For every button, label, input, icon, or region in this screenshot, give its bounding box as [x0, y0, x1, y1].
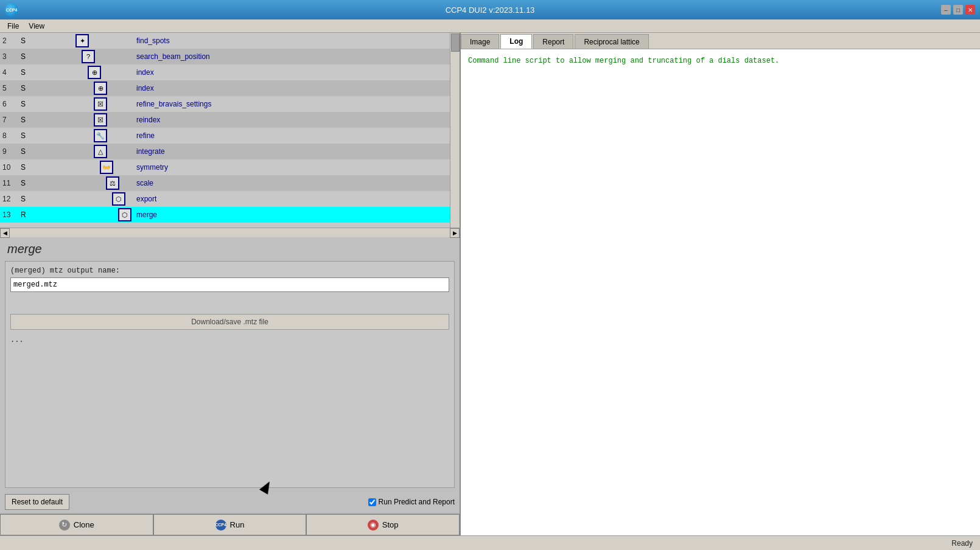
row-status-3: S [18, 49, 30, 64]
row-name-10[interactable]: symmetry [134, 159, 460, 175]
clone-icon: ↻ [59, 520, 70, 531]
tab-log[interactable]: Log [500, 34, 532, 49]
row-icon-3[interactable]: ? [30, 49, 134, 64]
mtz-form-group: (merged) mtz output name: [10, 266, 449, 292]
row-num-13: 13 [0, 207, 18, 223]
scroll-track [10, 228, 450, 237]
row-num-7: 7 [0, 112, 18, 128]
pipeline-container: 2 S ✦ find_spots 3 S ? search_beam_posit… [0, 33, 460, 228]
run-button[interactable]: CCP4 Run [153, 514, 307, 535]
row-icon-11[interactable]: ⚖ [30, 175, 134, 191]
run-icon: CCP4 [215, 520, 226, 531]
row-num-12: 12 [0, 191, 18, 207]
run-predict-option: Run Predict and Report [368, 498, 455, 506]
scroll-right-button[interactable]: ▶ [450, 228, 460, 238]
row-status-9: S [18, 144, 30, 159]
mtz-label: (merged) mtz output name: [10, 266, 449, 275]
stop-label: Stop [382, 520, 399, 529]
row-name-6[interactable]: refine_bravais_settings [134, 96, 460, 112]
app-title: CCP4 DUI2 v:2023.11.13 [446, 5, 535, 15]
row-num-6: 6 [0, 96, 18, 112]
tabs-bar: Image Log Report Reciprocal lattice [461, 33, 980, 49]
row-num-8: 8 [0, 128, 18, 144]
row-icon-5[interactable]: ⊕ [30, 80, 134, 96]
scrollbar-thumb[interactable] [451, 33, 460, 52]
title-bar: CCP4 CCP4 DUI2 v:2023.11.13 – □ ✕ [0, 0, 980, 19]
action-buttons: ↻ Clone CCP4 Run ◉ Stop [0, 513, 460, 535]
tab-image[interactable]: Image [461, 34, 499, 49]
row-name-11[interactable]: scale [134, 175, 460, 191]
row-status-7: S [18, 112, 30, 128]
scroll-left-button[interactable]: ◀ [0, 228, 10, 238]
tab-reciprocal-lattice[interactable]: Reciprocal lattice [575, 34, 648, 49]
pipeline-scrollbar-vertical[interactable] [450, 33, 460, 228]
row-num-4: 4 [0, 64, 18, 80]
clone-label: Clone [74, 520, 94, 529]
row-status-6: S [18, 96, 30, 112]
page-title: merge [7, 242, 452, 256]
run-predict-checkbox[interactable] [368, 498, 376, 506]
row-name-13[interactable]: merge [134, 207, 460, 223]
row-num-3: 3 [0, 49, 18, 64]
row-icon-2[interactable]: ✦ [30, 33, 134, 49]
row-name-7[interactable]: reindex [134, 112, 460, 128]
row-name-12[interactable]: export [134, 191, 460, 207]
row-num-11: 11 [0, 175, 18, 191]
stop-icon: ◉ [368, 520, 379, 531]
row-status-4: S [18, 64, 30, 80]
bottom-toolbar: Reset to default Run Predict and Report [0, 490, 460, 513]
main-layout: 2 S ✦ find_spots 3 S ? search_beam_posit… [0, 33, 980, 535]
minimize-button[interactable]: – [941, 5, 951, 15]
row-status-10: S [18, 159, 30, 175]
row-icon-12[interactable]: ⬡ [30, 191, 134, 207]
row-name-9[interactable]: integrate [134, 144, 460, 159]
row-name-8[interactable]: refine [134, 128, 460, 144]
download-button[interactable]: Download/save .mtz file [10, 314, 449, 330]
close-button[interactable]: ✕ [965, 5, 975, 15]
pipeline-table: 2 S ✦ find_spots 3 S ? search_beam_posit… [0, 33, 460, 223]
row-num-10: 10 [0, 159, 18, 175]
reset-button[interactable]: Reset to default [5, 494, 69, 510]
row-name-3[interactable]: search_beam_position [134, 49, 460, 64]
row-status-5: S [18, 80, 30, 96]
tab-report[interactable]: Report [533, 34, 573, 49]
row-status-2: S [18, 33, 30, 49]
ellipsis-text: ... [10, 335, 449, 346]
page-title-area: merge [0, 237, 460, 259]
menu-file[interactable]: File [2, 21, 24, 32]
row-num-5: 5 [0, 80, 18, 96]
mtz-input[interactable] [10, 277, 449, 292]
row-icon-10[interactable]: 👐 [30, 159, 134, 175]
status-text: Ready [951, 539, 973, 548]
app-logo: CCP4 [5, 3, 18, 16]
row-status-13: R [18, 207, 30, 223]
left-panel: 2 S ✦ find_spots 3 S ? search_beam_posit… [0, 33, 460, 535]
stop-button[interactable]: ◉ Stop [306, 514, 460, 535]
row-icon-6[interactable]: ☒ [30, 96, 134, 112]
menu-bar: File View [0, 19, 980, 33]
run-predict-label: Run Predict and Report [379, 498, 455, 506]
row-name-2[interactable]: find_spots [134, 33, 460, 49]
row-name-5[interactable]: index [134, 80, 460, 96]
menu-view[interactable]: View [24, 21, 49, 32]
row-icon-13[interactable]: ⬡ [30, 207, 134, 223]
status-bar: Ready [0, 535, 980, 550]
clone-button[interactable]: ↻ Clone [0, 514, 153, 535]
right-panel: Image Log Report Reciprocal lattice Comm… [460, 33, 980, 535]
maximize-button[interactable]: □ [953, 5, 963, 15]
row-icon-4[interactable]: ⊕ [30, 64, 134, 80]
row-status-12: S [18, 191, 30, 207]
row-icon-8[interactable]: 🔧 [30, 128, 134, 144]
log-area: Command line script to allow merging and… [461, 49, 980, 535]
log-text: Command line script to allow merging and… [468, 57, 779, 65]
run-label: Run [230, 520, 245, 529]
row-icon-9[interactable]: △ [30, 144, 134, 159]
row-icon-7[interactable]: ☒ [30, 112, 134, 128]
window-controls[interactable]: – □ ✕ [941, 5, 975, 15]
row-name-4[interactable]: index [134, 64, 460, 80]
row-status-11: S [18, 175, 30, 191]
pipeline-scrollbar-horizontal[interactable]: ◀ ▶ [0, 228, 460, 237]
row-status-8: S [18, 128, 30, 144]
spacer [10, 297, 449, 309]
row-num-9: 9 [0, 144, 18, 159]
